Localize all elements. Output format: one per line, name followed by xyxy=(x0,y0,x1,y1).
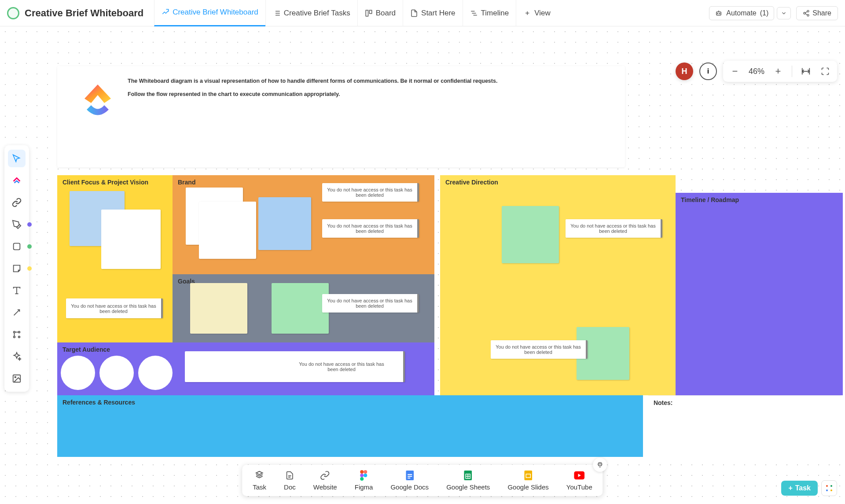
avatar-placeholder[interactable] xyxy=(138,356,173,390)
tool-select[interactable] xyxy=(8,150,26,167)
zoom-in-button[interactable]: + xyxy=(772,66,784,77)
svg-rect-20 xyxy=(14,243,20,250)
tab-add-view[interactable]: + View xyxy=(516,0,558,26)
insert-google-sheets[interactable]: Google Sheets xyxy=(446,470,490,491)
section-creative-direction[interactable]: Creative Direction You do not have acces… xyxy=(440,175,676,395)
insert-google-docs[interactable]: Google Docs xyxy=(390,470,429,491)
tab-label: Start Here xyxy=(421,9,455,18)
tool-diagram[interactable] xyxy=(8,326,26,343)
section-timeline[interactable]: Timeline / Roadmap xyxy=(676,193,843,395)
tab-start-here[interactable]: Start Here xyxy=(403,0,462,26)
sticky-note[interactable] xyxy=(190,283,247,334)
automate-dropdown[interactable] xyxy=(777,7,791,19)
sticky-note[interactable] xyxy=(101,210,161,269)
svg-rect-44 xyxy=(408,474,412,475)
insert-task[interactable]: Task xyxy=(253,470,266,491)
svg-line-19 xyxy=(805,11,808,13)
task-card[interactable]: You do not have access or this task has … xyxy=(322,183,419,202)
tab-timeline[interactable]: Timeline xyxy=(463,0,516,26)
task-card[interactable]: You do not have access or this task has … xyxy=(566,219,662,238)
svg-point-17 xyxy=(807,14,809,16)
header-bar: Creative Brief Whiteboard Creative Brief… xyxy=(0,0,845,26)
tool-ai[interactable] xyxy=(8,348,26,365)
label: Google Slides xyxy=(507,483,548,491)
apps-button[interactable] xyxy=(821,480,837,496)
automate-button[interactable]: Automate (1) xyxy=(709,6,774,20)
fullscreen-button[interactable] xyxy=(819,66,831,77)
plus-icon: + xyxy=(523,9,531,17)
pin-button[interactable] xyxy=(593,458,607,472)
svg-line-18 xyxy=(805,14,808,15)
svg-point-15 xyxy=(807,10,809,12)
svg-point-31 xyxy=(15,376,16,378)
intro-card[interactable]: The Whiteboard diagram is a visual repre… xyxy=(57,66,625,167)
share-icon xyxy=(803,10,810,17)
section-title: Creative Direction xyxy=(445,179,670,186)
insert-youtube[interactable]: YouTube xyxy=(566,470,592,491)
task-card[interactable]: You do not have access or this task has … xyxy=(66,298,163,318)
automate-label: Automate xyxy=(726,9,756,17)
tab-label: Creative Brief Whiteboard xyxy=(173,8,258,17)
svg-point-13 xyxy=(720,13,720,14)
tool-link[interactable] xyxy=(8,194,26,211)
avatar[interactable]: H xyxy=(676,63,693,80)
avatar-placeholder[interactable] xyxy=(61,356,95,390)
section-goals[interactable]: Goals You do not have access or this tas… xyxy=(173,274,434,342)
task-card[interactable]: You do not have access or this task has … xyxy=(491,340,588,359)
create-task-group: + Task xyxy=(781,480,837,496)
tab-whiteboard[interactable]: Creative Brief Whiteboard xyxy=(154,0,265,26)
tool-pen[interactable] xyxy=(8,216,26,233)
section-title: References & Resources xyxy=(62,399,638,406)
task-card[interactable]: You do not have access or this task has … xyxy=(322,219,419,238)
task-card[interactable]: You do not have access or this task has … xyxy=(185,351,405,382)
gsheets-icon xyxy=(463,470,474,481)
section-client-focus[interactable]: Client Focus & Project Vision You do not… xyxy=(57,175,173,342)
automate-count: (1) xyxy=(760,9,769,17)
sticky-note[interactable] xyxy=(502,206,559,263)
section-notes[interactable]: Notes: xyxy=(648,395,841,457)
plus-icon: + xyxy=(788,484,792,492)
canvas[interactable]: H i − 46% + The Whiteboard diagram is a … xyxy=(0,26,845,504)
board-icon xyxy=(365,9,373,17)
info-button[interactable]: i xyxy=(699,63,717,80)
whiteboard-icon xyxy=(162,8,169,16)
sticky-note[interactable] xyxy=(199,202,256,259)
svg-rect-7 xyxy=(369,10,371,14)
tool-sticky[interactable] xyxy=(8,260,26,277)
tab-board[interactable]: Board xyxy=(357,0,403,26)
section-references[interactable]: References & Resources xyxy=(57,395,643,457)
tool-image[interactable] xyxy=(8,370,26,387)
tool-shape[interactable] xyxy=(8,238,26,255)
label: Doc xyxy=(284,483,296,491)
tab-tasks[interactable]: Creative Brief Tasks xyxy=(265,0,357,26)
share-label: Share xyxy=(812,9,831,17)
tool-text[interactable] xyxy=(8,282,26,299)
doc-icon xyxy=(284,470,295,481)
tool-clickup[interactable] xyxy=(8,172,26,189)
section-target-audience[interactable]: Target Audience You do not have access o… xyxy=(57,342,434,395)
svg-point-24 xyxy=(14,331,15,333)
list-icon xyxy=(273,9,281,17)
avatar-placeholder[interactable] xyxy=(99,356,134,390)
label: Task xyxy=(253,483,266,491)
fit-width-button[interactable] xyxy=(800,66,812,77)
insert-figma[interactable]: Figma xyxy=(355,470,373,491)
svg-rect-46 xyxy=(408,478,410,478)
svg-point-41 xyxy=(364,474,367,477)
insert-doc[interactable]: Doc xyxy=(284,470,296,491)
label: Website xyxy=(313,483,337,491)
svg-point-40 xyxy=(360,474,364,477)
section-brand[interactable]: Brand You do not have access or this tas… xyxy=(173,175,434,274)
create-task-button[interactable]: + Task xyxy=(781,481,818,496)
svg-point-12 xyxy=(717,13,718,14)
task-card[interactable]: You do not have access or this task has … xyxy=(322,294,419,313)
share-button[interactable]: Share xyxy=(796,6,838,20)
insert-google-slides[interactable]: Google Slides xyxy=(507,470,548,491)
tab-label: Creative Brief Tasks xyxy=(284,9,350,18)
sticky-note[interactable] xyxy=(258,197,311,250)
insert-website[interactable]: Website xyxy=(313,470,337,491)
youtube-icon xyxy=(574,470,584,481)
sticky-note[interactable] xyxy=(272,283,329,334)
zoom-out-button[interactable]: − xyxy=(729,66,741,77)
tool-connector[interactable] xyxy=(8,304,26,321)
